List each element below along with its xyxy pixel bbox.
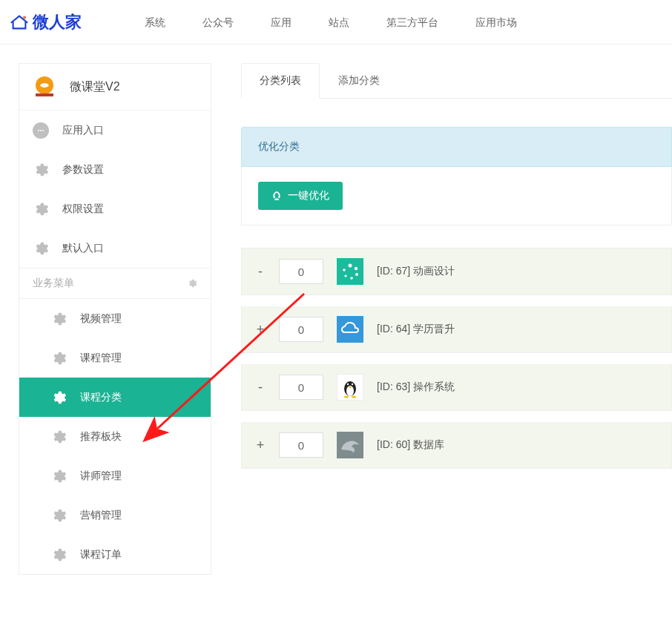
system-menu: 应用入口 参数设置 权限设置 默认入口 <box>19 111 211 268</box>
menu-label: 参数设置 <box>62 163 104 177</box>
svg-rect-6 <box>337 258 363 285</box>
category-row: -[ID: 63] 操作系统 <box>241 364 672 411</box>
topnav-item[interactable]: 站点 <box>310 0 368 45</box>
expander-toggle[interactable]: - <box>255 380 266 395</box>
category-row: +[ID: 60] 数据库 <box>241 422 672 469</box>
category-label[interactable]: [ID: 64] 学历晋升 <box>377 323 455 336</box>
category-list: -[ID: 67] 动画设计+[ID: 64] 学历晋升-[ID: 63] 操作… <box>241 248 672 469</box>
infobox-optimize: 优化分类 <box>241 127 672 167</box>
gear-icon <box>33 162 49 178</box>
top-nav: 微人家 系统 公众号 应用 站点 第三方平台 应用市场 <box>0 0 672 45</box>
biz-menu-item[interactable]: 课程订单 <box>19 535 211 574</box>
svg-point-5 <box>42 130 44 131</box>
gear-icon[interactable] <box>187 278 197 289</box>
gear-icon <box>50 311 67 327</box>
menu-label: 应用入口 <box>62 124 104 137</box>
svg-point-11 <box>344 274 346 277</box>
biz-menu-item[interactable]: 讲师管理 <box>19 456 211 495</box>
menu-item-default-entry[interactable]: 默认入口 <box>19 228 211 268</box>
topnav-item[interactable]: 应用市场 <box>457 0 536 45</box>
category-label[interactable]: [ID: 60] 数据库 <box>377 438 444 452</box>
biz-menu: 视频管理课程管理课程分类推荐板块讲师管理营销管理课程订单 <box>19 299 211 574</box>
gear-icon <box>50 468 67 484</box>
expander-toggle[interactable]: + <box>255 322 266 337</box>
optimize-row: 一键优化 <box>241 167 672 225</box>
gear-icon <box>50 350 67 366</box>
menu-label: 推荐板块 <box>80 430 122 444</box>
svg-point-10 <box>350 277 353 280</box>
biz-menu-item[interactable]: 课程管理 <box>19 338 211 378</box>
category-icon <box>337 258 363 285</box>
menu-label: 权限设置 <box>62 202 104 216</box>
category-row: -[ID: 67] 动画设计 <box>241 248 672 295</box>
menu-label: 营销管理 <box>80 509 122 522</box>
biz-section-header: 业务菜单 <box>19 268 211 299</box>
biz-menu-item[interactable]: 视频管理 <box>19 299 211 338</box>
optimize-button[interactable]: 一键优化 <box>258 182 343 210</box>
category-row: +[ID: 64] 学历晋升 <box>241 306 672 353</box>
menu-item-permissions[interactable]: 权限设置 <box>19 189 211 228</box>
category-icon <box>337 374 363 401</box>
svg-rect-2 <box>36 93 53 96</box>
biz-menu-item[interactable]: 推荐板块 <box>19 417 211 456</box>
svg-point-7 <box>349 264 352 268</box>
menu-label: 课程分类 <box>80 391 122 404</box>
svg-point-20 <box>352 396 356 398</box>
expander-toggle[interactable]: - <box>255 264 266 280</box>
house-icon <box>9 14 30 30</box>
biz-menu-item[interactable]: 课程分类 <box>19 378 211 417</box>
topnav-item[interactable]: 应用 <box>252 0 310 45</box>
svg-point-4 <box>40 130 42 131</box>
sort-input[interactable] <box>279 432 323 458</box>
gear-icon <box>50 429 67 445</box>
logo-text: 微人家 <box>33 11 82 33</box>
svg-point-17 <box>347 383 349 385</box>
sort-input[interactable] <box>279 375 323 400</box>
topnav-item[interactable]: 系统 <box>126 0 184 45</box>
category-icon <box>337 316 363 343</box>
menu-label: 视频管理 <box>80 312 122 326</box>
biz-menu-item[interactable]: 营销管理 <box>19 495 211 535</box>
topnav-items: 系统 公众号 应用 站点 第三方平台 应用市场 <box>126 0 536 45</box>
menu-label: 课程管理 <box>80 352 122 365</box>
optimize-button-label: 一键优化 <box>288 189 329 202</box>
menu-label: 课程订单 <box>80 548 122 562</box>
svg-point-3 <box>38 130 39 131</box>
tab-category-list[interactable]: 分类列表 <box>241 63 320 99</box>
sort-input[interactable] <box>279 259 323 284</box>
tab-add-category[interactable]: 添加分类 <box>320 63 398 98</box>
gear-icon <box>50 507 67 524</box>
menu-label: 讲师管理 <box>80 470 122 483</box>
menu-item-app-entry[interactable]: 应用入口 <box>19 111 211 150</box>
svg-point-8 <box>355 267 358 270</box>
sort-input[interactable] <box>279 317 323 342</box>
gear-icon <box>33 240 49 257</box>
chat-icon <box>33 122 49 139</box>
svg-rect-13 <box>337 316 363 343</box>
gear-icon <box>50 389 67 406</box>
sidebar: 微课堂V2 应用入口 参数设置 权限设置 默认入口 业务 <box>19 63 211 575</box>
menu-item-params[interactable]: 参数设置 <box>19 150 211 189</box>
category-icon <box>337 432 363 458</box>
expander-toggle[interactable]: + <box>255 438 266 453</box>
main-content: 分类列表 添加分类 优化分类 一键优化 -[ID: 67] 动画设计+[ID: … <box>241 63 672 575</box>
infobox-title: 优化分类 <box>258 140 300 152</box>
svg-point-12 <box>343 269 346 271</box>
menu-label: 默认入口 <box>62 242 104 255</box>
app-header: 微课堂V2 <box>19 64 211 111</box>
category-label[interactable]: [ID: 67] 动画设计 <box>377 265 455 278</box>
tabs: 分类列表 添加分类 <box>241 63 672 99</box>
svg-point-19 <box>344 396 349 398</box>
logo[interactable]: 微人家 <box>9 11 82 33</box>
topnav-item[interactable]: 公众号 <box>184 0 252 45</box>
topnav-item[interactable]: 第三方平台 <box>368 0 457 45</box>
svg-point-18 <box>352 383 353 385</box>
app-title: 微课堂V2 <box>70 79 120 95</box>
section-title: 业务菜单 <box>33 277 74 290</box>
svg-point-0 <box>23 16 26 19</box>
rocket-icon <box>271 191 282 201</box>
gear-icon <box>50 547 67 563</box>
app-icon <box>33 75 56 99</box>
category-label[interactable]: [ID: 63] 操作系统 <box>377 381 455 394</box>
svg-point-9 <box>355 273 358 276</box>
